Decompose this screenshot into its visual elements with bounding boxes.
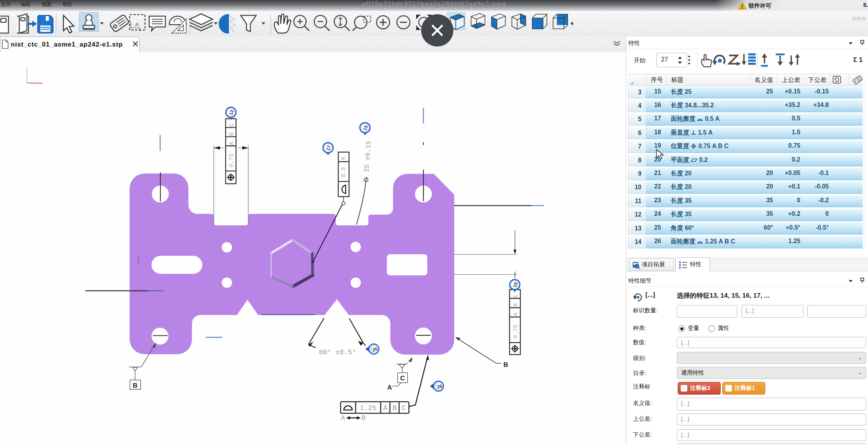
svg-text:A: A — [340, 157, 347, 160]
svg-text:A: A — [341, 414, 345, 422]
svg-text:60° ±0.5°: 60° ±0.5° — [319, 348, 356, 356]
svg-text:B: B — [503, 361, 508, 368]
svg-text:B: B — [513, 303, 519, 307]
svg-text:0.75: 0.75 — [513, 325, 519, 338]
svg-text:0.5: 0.5 — [340, 167, 347, 177]
svg-text:B: B — [228, 132, 235, 136]
svg-text:nist_ctc_01_asme1_ap242-e1.stp: nist_ctc_01_asme1_ap242-e1.stp — [11, 41, 123, 48]
svg-text:B: B — [393, 404, 397, 412]
svg-text:C: C — [400, 375, 405, 382]
svg-text:A: A — [228, 142, 235, 145]
svg-text:B: B — [362, 414, 366, 422]
svg-text:C: C — [402, 404, 406, 412]
svg-text:A: A — [387, 384, 392, 391]
svg-text:A: A — [513, 312, 519, 316]
svg-text:0.75: 0.75 — [228, 153, 235, 167]
svg-text:A: A — [135, 22, 139, 27]
svg-text:C: C — [228, 123, 235, 127]
svg-text:B: B — [133, 382, 137, 389]
svg-text:A: A — [383, 404, 388, 412]
svg-text:⌀: ⌀ — [362, 175, 371, 186]
svg-text:1.25: 1.25 — [360, 404, 376, 412]
svg-text:C: C — [513, 294, 519, 298]
svg-text:25 ±0.15: 25 ±0.15 — [363, 141, 373, 173]
